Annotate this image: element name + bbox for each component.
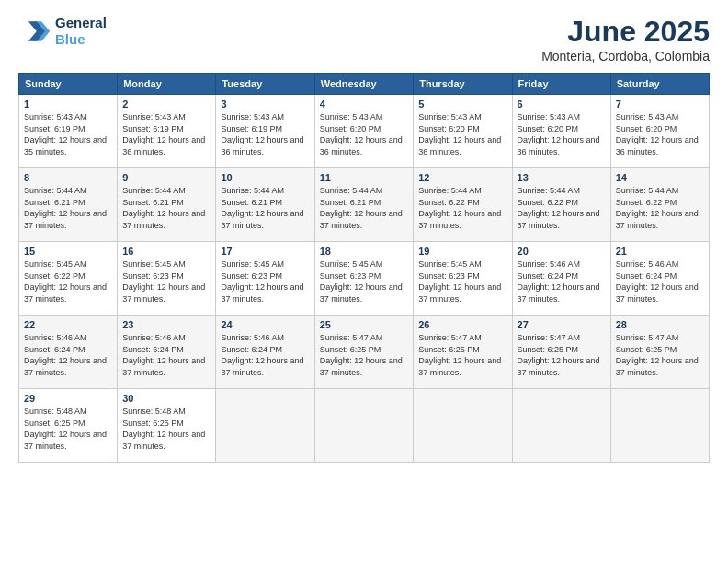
week-row-3: 15 Sunrise: 5:45 AM Sunset: 6:22 PM Dayl… xyxy=(19,242,710,316)
col-wednesday: Wednesday xyxy=(314,74,414,95)
day-info: Sunrise: 5:47 AM Sunset: 6:25 PM Dayligh… xyxy=(518,332,606,378)
day-cell-18: 18 Sunrise: 5:45 AM Sunset: 6:23 PM Dayl… xyxy=(314,242,414,316)
day-number: 15 xyxy=(24,246,112,257)
day-cell-25: 25 Sunrise: 5:47 AM Sunset: 6:25 PM Dayl… xyxy=(314,316,414,389)
day-info: Sunrise: 5:46 AM Sunset: 6:24 PM Dayligh… xyxy=(518,259,606,304)
day-number: 22 xyxy=(24,319,112,330)
day-info: Sunrise: 5:43 AM Sunset: 6:19 PM Dayligh… xyxy=(24,111,112,157)
day-info: Sunrise: 5:43 AM Sunset: 6:20 PM Dayligh… xyxy=(418,111,506,157)
day-cell-7: 7 Sunrise: 5:43 AM Sunset: 6:20 PM Dayli… xyxy=(610,95,709,168)
logo: General Blue xyxy=(18,15,107,48)
week-row-1: 1 Sunrise: 5:43 AM Sunset: 6:19 PM Dayli… xyxy=(19,95,710,168)
day-info: Sunrise: 5:44 AM Sunset: 6:22 PM Dayligh… xyxy=(418,185,506,231)
day-info: Sunrise: 5:48 AM Sunset: 6:25 PM Dayligh… xyxy=(122,406,210,452)
day-info: Sunrise: 5:46 AM Sunset: 6:24 PM Dayligh… xyxy=(616,259,704,304)
day-number: 23 xyxy=(122,319,210,330)
day-info: Sunrise: 5:47 AM Sunset: 6:25 PM Dayligh… xyxy=(320,332,409,378)
day-number: 16 xyxy=(122,246,210,257)
col-thursday: Thursday xyxy=(414,74,512,95)
title-block: June 2025 Monteria, Cordoba, Colombia xyxy=(541,15,710,63)
day-info: Sunrise: 5:43 AM Sunset: 6:20 PM Dayligh… xyxy=(518,111,606,157)
month-title: June 2025 xyxy=(541,15,710,49)
day-info: Sunrise: 5:43 AM Sunset: 6:20 PM Dayligh… xyxy=(320,111,409,157)
day-info: Sunrise: 5:47 AM Sunset: 6:25 PM Dayligh… xyxy=(616,332,704,378)
calendar-header-row: Sunday Monday Tuesday Wednesday Thursday… xyxy=(19,74,710,95)
day-cell-17: 17 Sunrise: 5:45 AM Sunset: 6:23 PM Dayl… xyxy=(216,242,314,316)
empty-cell xyxy=(610,389,709,463)
location: Monteria, Cordoba, Colombia xyxy=(541,49,710,63)
day-number: 28 xyxy=(616,319,704,330)
empty-cell xyxy=(216,389,314,463)
week-row-4: 22 Sunrise: 5:46 AM Sunset: 6:24 PM Dayl… xyxy=(19,316,710,389)
day-info: Sunrise: 5:46 AM Sunset: 6:24 PM Dayligh… xyxy=(122,332,210,378)
col-sunday: Sunday xyxy=(19,74,118,95)
logo-icon xyxy=(18,15,51,48)
day-number: 30 xyxy=(122,393,210,404)
day-number: 1 xyxy=(24,98,112,109)
day-cell-6: 6 Sunrise: 5:43 AM Sunset: 6:20 PM Dayli… xyxy=(512,95,610,168)
day-number: 21 xyxy=(616,246,704,257)
day-info: Sunrise: 5:45 AM Sunset: 6:23 PM Dayligh… xyxy=(221,259,309,304)
day-cell-16: 16 Sunrise: 5:45 AM Sunset: 6:23 PM Dayl… xyxy=(118,242,216,316)
day-cell-2: 2 Sunrise: 5:43 AM Sunset: 6:19 PM Dayli… xyxy=(118,95,216,168)
week-row-2: 8 Sunrise: 5:44 AM Sunset: 6:21 PM Dayli… xyxy=(19,168,710,242)
day-number: 8 xyxy=(24,172,112,183)
day-info: Sunrise: 5:45 AM Sunset: 6:23 PM Dayligh… xyxy=(320,259,409,304)
day-cell-27: 27 Sunrise: 5:47 AM Sunset: 6:25 PM Dayl… xyxy=(512,316,610,389)
day-cell-29: 29 Sunrise: 5:48 AM Sunset: 6:25 PM Dayl… xyxy=(19,389,118,463)
day-number: 20 xyxy=(518,246,606,257)
day-number: 4 xyxy=(320,98,409,109)
day-number: 9 xyxy=(122,172,210,183)
day-number: 7 xyxy=(616,98,704,109)
day-number: 27 xyxy=(518,319,606,330)
empty-cell xyxy=(414,389,512,463)
day-number: 3 xyxy=(221,98,309,109)
page: General Blue June 2025 Monteria, Cordoba… xyxy=(0,0,728,563)
day-cell-10: 10 Sunrise: 5:44 AM Sunset: 6:21 PM Dayl… xyxy=(216,168,314,242)
day-info: Sunrise: 5:47 AM Sunset: 6:25 PM Dayligh… xyxy=(418,332,506,378)
day-cell-28: 28 Sunrise: 5:47 AM Sunset: 6:25 PM Dayl… xyxy=(610,316,709,389)
day-number: 6 xyxy=(518,98,606,109)
day-cell-23: 23 Sunrise: 5:46 AM Sunset: 6:24 PM Dayl… xyxy=(118,316,216,389)
day-info: Sunrise: 5:44 AM Sunset: 6:22 PM Dayligh… xyxy=(518,185,606,231)
day-cell-14: 14 Sunrise: 5:44 AM Sunset: 6:22 PM Dayl… xyxy=(610,168,709,242)
day-number: 26 xyxy=(418,319,506,330)
day-cell-24: 24 Sunrise: 5:46 AM Sunset: 6:24 PM Dayl… xyxy=(216,316,314,389)
day-cell-11: 11 Sunrise: 5:44 AM Sunset: 6:21 PM Dayl… xyxy=(314,168,414,242)
day-info: Sunrise: 5:43 AM Sunset: 6:20 PM Dayligh… xyxy=(616,111,704,157)
day-cell-15: 15 Sunrise: 5:45 AM Sunset: 6:22 PM Dayl… xyxy=(19,242,118,316)
day-number: 12 xyxy=(418,172,506,183)
day-number: 25 xyxy=(320,319,409,330)
day-info: Sunrise: 5:45 AM Sunset: 6:23 PM Dayligh… xyxy=(418,259,506,304)
day-cell-22: 22 Sunrise: 5:46 AM Sunset: 6:24 PM Dayl… xyxy=(19,316,118,389)
day-cell-13: 13 Sunrise: 5:44 AM Sunset: 6:22 PM Dayl… xyxy=(512,168,610,242)
day-cell-3: 3 Sunrise: 5:43 AM Sunset: 6:19 PM Dayli… xyxy=(216,95,314,168)
day-cell-5: 5 Sunrise: 5:43 AM Sunset: 6:20 PM Dayli… xyxy=(414,95,512,168)
day-number: 18 xyxy=(320,246,409,257)
day-cell-9: 9 Sunrise: 5:44 AM Sunset: 6:21 PM Dayli… xyxy=(118,168,216,242)
day-info: Sunrise: 5:44 AM Sunset: 6:21 PM Dayligh… xyxy=(122,185,210,231)
day-info: Sunrise: 5:43 AM Sunset: 6:19 PM Dayligh… xyxy=(122,111,210,157)
day-cell-12: 12 Sunrise: 5:44 AM Sunset: 6:22 PM Dayl… xyxy=(414,168,512,242)
day-number: 5 xyxy=(418,98,506,109)
day-info: Sunrise: 5:44 AM Sunset: 6:21 PM Dayligh… xyxy=(320,185,409,231)
col-saturday: Saturday xyxy=(610,74,709,95)
day-cell-20: 20 Sunrise: 5:46 AM Sunset: 6:24 PM Dayl… xyxy=(512,242,610,316)
day-info: Sunrise: 5:48 AM Sunset: 6:25 PM Dayligh… xyxy=(24,406,112,452)
day-number: 24 xyxy=(221,319,309,330)
day-number: 10 xyxy=(221,172,309,183)
day-info: Sunrise: 5:43 AM Sunset: 6:19 PM Dayligh… xyxy=(221,111,309,157)
col-friday: Friday xyxy=(512,74,610,95)
col-tuesday: Tuesday xyxy=(216,74,314,95)
day-cell-4: 4 Sunrise: 5:43 AM Sunset: 6:20 PM Dayli… xyxy=(314,95,414,168)
day-info: Sunrise: 5:45 AM Sunset: 6:23 PM Dayligh… xyxy=(122,259,210,304)
col-monday: Monday xyxy=(118,74,216,95)
empty-cell xyxy=(512,389,610,463)
day-cell-1: 1 Sunrise: 5:43 AM Sunset: 6:19 PM Dayli… xyxy=(19,95,118,168)
day-info: Sunrise: 5:44 AM Sunset: 6:21 PM Dayligh… xyxy=(24,185,112,231)
day-info: Sunrise: 5:44 AM Sunset: 6:21 PM Dayligh… xyxy=(221,185,309,231)
day-number: 11 xyxy=(320,172,409,183)
week-row-5: 29 Sunrise: 5:48 AM Sunset: 6:25 PM Dayl… xyxy=(19,389,710,463)
day-number: 29 xyxy=(24,393,112,404)
day-cell-19: 19 Sunrise: 5:45 AM Sunset: 6:23 PM Dayl… xyxy=(414,242,512,316)
